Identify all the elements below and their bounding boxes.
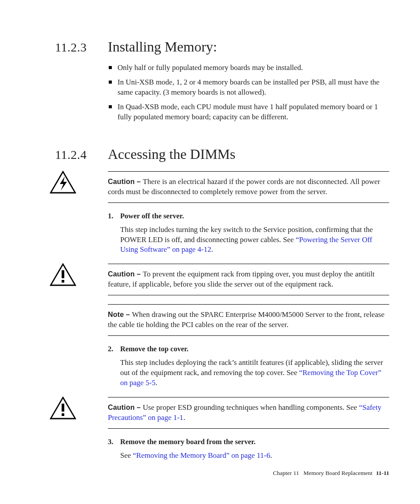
- note-label: Note –: [108, 311, 132, 318]
- caution-label: Caution –: [108, 270, 143, 278]
- step-body-text: See: [120, 451, 133, 460]
- list-item: Only half or fully populated memory boar…: [108, 63, 389, 73]
- step-body-post: .: [270, 451, 272, 460]
- footer-chapter: Chapter 11: [273, 470, 299, 476]
- svg-rect-2: [62, 270, 64, 278]
- section-heading-11-2-4: 11.2.4 Accessing the DIMMs: [55, 146, 389, 162]
- svg-rect-3: [62, 280, 64, 283]
- warning-icon: [50, 397, 76, 419]
- svg-rect-6: [62, 413, 64, 416]
- step-2: 2.Remove the top cover. This step includ…: [108, 345, 389, 388]
- step-body-post: .: [211, 245, 213, 254]
- footer-page-number: 11-11: [376, 470, 389, 476]
- step-number: 3.: [108, 438, 120, 446]
- caution-label: Caution –: [108, 404, 143, 411]
- page-footer: Chapter 11 Memory Board Replacement11-11: [273, 470, 389, 477]
- section-number: 11.2.4: [55, 148, 108, 162]
- footer-title: Memory Board Replacement: [303, 470, 372, 476]
- caution-electrical: Caution – There is an electrical hazard …: [108, 171, 389, 203]
- note-cable-tie: Note – When drawing out the SPARC Enterp…: [108, 304, 389, 336]
- step-title: Remove the top cover.: [120, 345, 188, 353]
- caution-text-post: .: [183, 413, 185, 422]
- caution-text: There is an electrical hazard if the pow…: [108, 177, 380, 196]
- caution-text: To prevent the equipment rack from tippi…: [108, 270, 375, 288]
- step-number: 1.: [108, 212, 120, 221]
- link-removing-memory-board[interactable]: “Removing the Memory Board” on page 11-6: [133, 451, 270, 460]
- list-item: In Uni-XSB mode, 1, 2 or 4 memory boards…: [108, 77, 389, 98]
- section-number: 11.2.3: [55, 40, 108, 55]
- electrical-hazard-icon: [50, 171, 76, 194]
- caution-esd: Caution – Use proper ESD grounding techn…: [108, 397, 389, 429]
- section-title: Installing Memory:: [108, 39, 217, 55]
- section-heading-11-2-3: 11.2.3 Installing Memory:: [55, 39, 389, 55]
- caution-tipping: Caution – To prevent the equipment rack …: [108, 264, 389, 295]
- step-3: 3.Remove the memory board from the serve…: [108, 438, 389, 461]
- step-title: Power off the server.: [120, 212, 184, 220]
- caution-label: Caution –: [108, 178, 143, 185]
- step-title: Remove the memory board from the server.: [120, 438, 255, 446]
- note-text: When drawing out the SPARC Enterprise M4…: [108, 310, 384, 329]
- step-body-post: .: [155, 379, 157, 387]
- section-title: Accessing the DIMMs: [108, 146, 236, 162]
- step-number: 2.: [108, 345, 120, 353]
- warning-icon: [50, 263, 76, 286]
- list-item: In Quad-XSB mode, each CPU module must h…: [108, 102, 389, 122]
- step-1: 1.Power off the server. This step includ…: [108, 212, 389, 255]
- install-memory-bullets: Only half or fully populated memory boar…: [108, 63, 389, 122]
- caution-text-pre: Use proper ESD grounding techniques when…: [143, 403, 359, 412]
- svg-rect-5: [62, 404, 64, 412]
